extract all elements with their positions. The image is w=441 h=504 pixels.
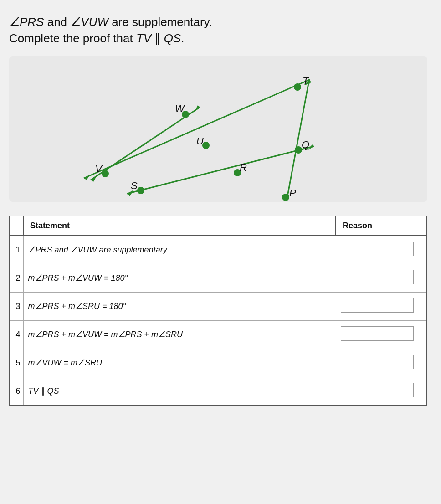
reason-header-label: Reason: [343, 221, 372, 230]
svg-text:R: R: [240, 162, 247, 173]
svg-point-19: [282, 194, 289, 201]
row-4-statement: m∠PRS + m∠VUW = m∠PRS + m∠SRU: [23, 320, 336, 349]
row-6-reason: [336, 377, 427, 406]
row-1-reason: [336, 236, 427, 264]
svg-point-18: [137, 187, 144, 194]
header-qs: QS: [164, 31, 181, 45]
header-complete: Complete the proof that: [9, 31, 136, 45]
proof-row-5: 5 m∠VUW = m∠SRU: [10, 349, 427, 377]
col-header-reason: Reason: [336, 216, 427, 236]
svg-text:Q: Q: [302, 139, 309, 150]
row-6-num: 6: [10, 377, 23, 406]
header-parallel: ∥: [151, 31, 164, 45]
row-2-reason: [336, 264, 427, 292]
diagram-container: T V W U R Q S P: [9, 56, 427, 202]
row-1-statement: ∠PRS and ∠VUW are supplementary: [23, 236, 336, 264]
proof-row-6: 6 TV ∥ QS: [10, 377, 427, 406]
svg-line-6: [127, 146, 314, 194]
row-4-reason: [336, 320, 427, 349]
svg-line-9: [84, 80, 309, 178]
row-5-reason-box[interactable]: [341, 355, 414, 369]
row-2-num: 2: [10, 264, 23, 292]
svg-text:S: S: [131, 180, 138, 191]
header-tv: TV: [136, 31, 151, 45]
row-2-reason-box[interactable]: [341, 270, 414, 284]
proof-row-2: 2 m∠PRS + m∠VUW = 180°: [10, 264, 427, 292]
svg-text:W: W: [175, 103, 185, 114]
row-3-num: 3: [10, 292, 23, 320]
row-3-reason: [336, 292, 427, 320]
header-text1: are supplementary.: [112, 15, 212, 29]
svg-point-14: [102, 170, 109, 177]
svg-point-16: [294, 83, 301, 91]
statement-header-label: Statement: [30, 221, 70, 230]
problem-header: ∠PRS and ∠VUW are supplementary. Complet…: [9, 14, 427, 47]
row-6-reason-box[interactable]: [341, 383, 414, 397]
svg-text:V: V: [95, 163, 103, 175]
row-3-statement: m∠PRS + m∠SRU = 180°: [23, 292, 336, 320]
col-header-statement: Statement: [23, 216, 336, 236]
header-period: .: [181, 31, 184, 45]
row-3-reason-box[interactable]: [341, 298, 414, 313]
svg-text:P: P: [289, 187, 296, 199]
row-4-reason-box[interactable]: [341, 326, 414, 341]
svg-point-17: [295, 146, 302, 154]
row-4-num: 4: [10, 320, 23, 349]
row-5-reason: [336, 349, 427, 377]
svg-text:T: T: [303, 75, 309, 87]
row-5-statement: m∠VUW = m∠SRU: [23, 349, 336, 377]
proof-row-3: 3 m∠PRS + m∠SRU = 180°: [10, 292, 427, 320]
row-1-num: 1: [10, 236, 23, 264]
header-line1: ∠PRS: [9, 15, 44, 29]
row-1-reason-box[interactable]: [341, 242, 414, 256]
svg-line-0: [91, 107, 200, 180]
header-angle2: ∠VUW: [70, 15, 108, 29]
proof-row-4: 4 m∠PRS + m∠VUW = m∠PRS + m∠SRU: [10, 320, 427, 349]
svg-text:U: U: [196, 135, 204, 147]
proof-table: Statement Reason 1 ∠PRS and ∠VUW are sup…: [9, 216, 427, 406]
header-and: and: [47, 15, 71, 29]
row-5-num: 5: [10, 349, 23, 377]
proof-row-1: 1 ∠PRS and ∠VUW are supplementary: [10, 236, 427, 264]
geometry-diagram: T V W U R Q S P: [9, 56, 427, 202]
row-6-statement: TV ∥ QS: [23, 377, 336, 406]
row-2-statement: m∠PRS + m∠VUW = 180°: [23, 264, 336, 292]
col-header-num: [10, 216, 23, 236]
